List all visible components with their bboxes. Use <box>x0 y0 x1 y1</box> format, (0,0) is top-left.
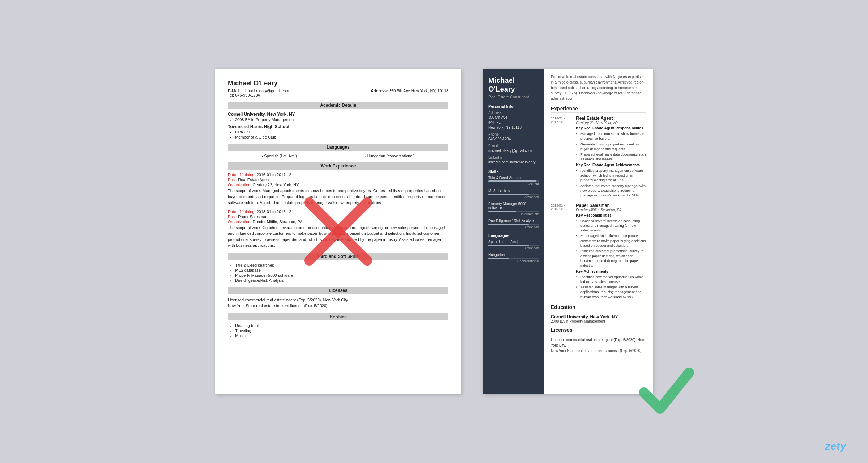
list-item: Assisted sales manager with business app… <box>580 285 646 299</box>
language-hungarian: • Hungarian (conversational) <box>365 154 415 158</box>
address-value: 350 5th Ave44th FLNew York, NY 10118 <box>488 115 539 130</box>
highschool-list: GPA 2.9 Member of a Glee Club <box>228 130 448 139</box>
licenses-section-title-right: Licenses <box>551 327 646 334</box>
cornell-list: 2008 BA in Property Management <box>228 118 448 122</box>
edu-entry: Cornell University, New York, NY 2008 BA… <box>551 314 646 323</box>
experience-section-title: Experience <box>551 106 646 113</box>
language-spanish: • Spanish (Lat. Am.) <box>261 154 297 158</box>
right-resume: MichaelO'Leary Real Estate Consultant Pe… <box>483 69 653 394</box>
exp-entry-2: 2013-01 -2015-12 Paper Salesman Dunder M… <box>551 203 646 301</box>
list-item: Reading books <box>235 323 448 328</box>
lang-spanish: Spanish (Lat. Am.) Advanced <box>488 240 539 250</box>
main-content: Personable real estate consultant with 3… <box>544 69 653 394</box>
list-item: Prepared legal real estate documents suc… <box>580 152 646 162</box>
phone-value: 646-999-1234 <box>488 137 539 142</box>
linkedin-value: linkedin.com/in/michaeloleary <box>488 160 539 165</box>
languages-section-title-right: Languages <box>488 233 539 238</box>
right-name: MichaelO'Leary <box>488 76 539 93</box>
work-section-title: Work Experience <box>228 162 448 170</box>
summary: Personable real estate consultant with 3… <box>551 74 646 101</box>
exp-entry-1: 2016-01 -2017-12 Real Estate Agent Centu… <box>551 116 646 199</box>
list-item: Instituted customer promotional survey t… <box>580 249 646 268</box>
languages-row: • Spanish (Lat. Am.) • Hungarian (conver… <box>228 154 448 158</box>
list-item: Coached several interns on accounting du… <box>580 218 646 233</box>
list-item: Property Manager 5000 software <box>235 273 448 277</box>
list-item: GPA 2.9 <box>235 130 448 134</box>
right-job-title: Real Estate Consultant <box>488 95 539 99</box>
hobbies-list: Reading books Traveling Music <box>228 323 448 338</box>
hobbies-section-title: Hobbies <box>228 313 448 320</box>
list-item: Identified property management software … <box>580 168 646 183</box>
linkedin-label: Linkedin <box>488 156 539 160</box>
list-item: Identified new market opportunities whic… <box>580 275 646 284</box>
exp1-achievements: Identified property management software … <box>576 168 646 198</box>
skills-section-title-right: Skills <box>488 169 539 174</box>
licenses-section-title: Licenses <box>228 287 448 294</box>
highschool-entry: Townsend Harris High School GPA 2.9 Memb… <box>228 124 448 139</box>
list-item: Managed appointments to show homes to pr… <box>580 131 646 141</box>
exp2-responsibilities: Coached several interns on accounting du… <box>576 218 646 268</box>
exp2-achievements: Identified new market opportunities whic… <box>576 275 646 299</box>
work-entry-1: Date of Joining: 2016-01 to 2017-12 Post… <box>228 173 448 206</box>
skills-list: Title & Deed searches MLS database Prope… <box>228 263 448 283</box>
email-label: E-mail <box>488 144 539 148</box>
academic-section-title: Academic Details <box>228 102 448 109</box>
languages-section-title: Languages <box>228 144 448 151</box>
left-contact: E-Mail: michael.oleary@gmail.comTel: 646… <box>228 89 448 97</box>
cornell-entry: Cornell University, New York, NY 2008 BA… <box>228 112 448 122</box>
lang-hungarian: Hungarian Conversational <box>488 253 539 263</box>
left-resume: Michael O'Leary E-Mail: michael.oleary@g… <box>215 69 461 394</box>
work-entry-2: Date of Joining: 2013-01 to 2015-12 Post… <box>228 209 448 249</box>
list-item: Music <box>235 334 448 338</box>
sidebar: MichaelO'Leary Real Estate Consultant Pe… <box>483 69 544 394</box>
licenses-text: Licensed commercial real estate agent (E… <box>228 297 448 309</box>
licenses-text-right: Licensed commercial real estate agent (E… <box>551 337 646 353</box>
address-label: Address <box>488 111 539 115</box>
phone-label: Phone <box>488 132 539 136</box>
skill-title-deed: Title & Deed Searches Excellent <box>488 176 539 186</box>
list-item: Due diligence/Risk Analysis <box>235 278 448 283</box>
skills-section-title: Hard and Soft Skills <box>228 253 448 260</box>
left-email: E-Mail: michael.oleary@gmail.comTel: 646… <box>228 89 289 97</box>
left-address: Address: 350 5th Ave New York, NY, 10118 <box>371 89 448 97</box>
skill-pm5000: Property Manager 5000 software Intermedi… <box>488 202 539 216</box>
list-item: Generated lists of properties based on b… <box>580 142 646 152</box>
zety-logo: zety <box>825 441 846 452</box>
list-item: MLS database <box>235 268 448 272</box>
skill-due-diligence: Due Diligence / Risk Analysis Advanced <box>488 219 539 229</box>
list-item: Member of a Glee Club <box>235 135 448 139</box>
exp1-responsibilities: Managed appointments to show homes to pr… <box>576 131 646 162</box>
skill-mls: MLS database Advanced <box>488 189 539 199</box>
list-item: 2008 BA in Property Management <box>235 118 448 122</box>
education-section-title: Education <box>551 304 646 311</box>
list-item: Assisted real estate property manager wi… <box>580 183 646 198</box>
personal-info-title: Personal Info <box>488 104 539 109</box>
list-item: Encouraged and influenced corporate cust… <box>580 233 646 248</box>
email-value: michael.oleary@gmail.com <box>488 148 539 153</box>
left-name: Michael O'Leary <box>228 80 448 87</box>
list-item: Title & Deed searches <box>235 263 448 267</box>
list-item: Traveling <box>235 328 448 333</box>
